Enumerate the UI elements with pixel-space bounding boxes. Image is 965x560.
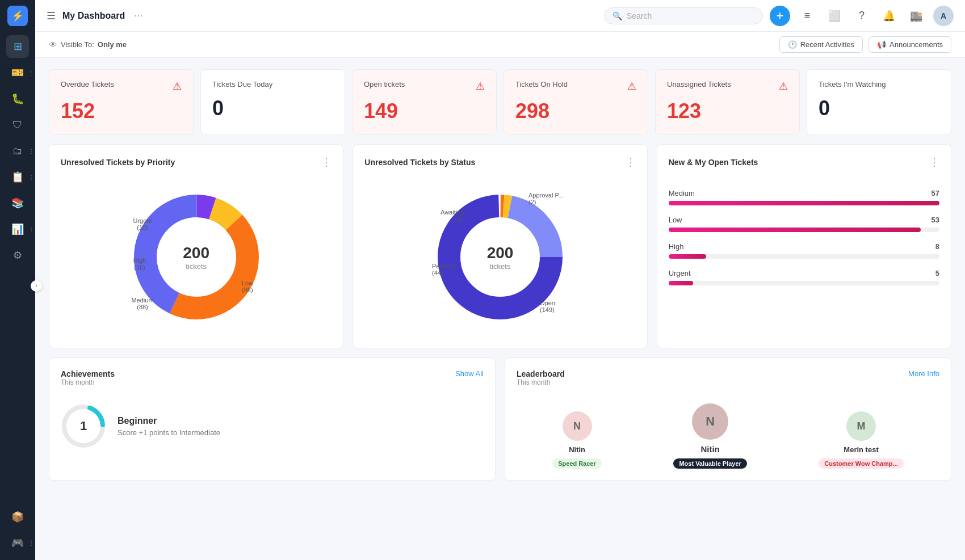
gamification-submenu-dots[interactable]: ⋮ <box>28 540 34 546</box>
page-options-dots[interactable]: ⋯ <box>134 10 143 21</box>
dashboard-icon: ⊞ <box>14 40 22 53</box>
list-view-button[interactable]: ≡ <box>797 6 817 26</box>
high-sublabel: (16) <box>134 264 145 271</box>
priority-svg: Urgent (10) High (16) Medium (88) Low (8… <box>123 183 270 331</box>
sidebar-item-knowledge[interactable]: 📚 <box>6 192 29 214</box>
stat-cards-row: Overdue Tickets ⚠ 152 Tickets Due Today … <box>49 69 951 135</box>
on-hold-value: 298 <box>515 99 636 123</box>
menu-icon[interactable]: ☰ <box>47 10 56 22</box>
recent-activities-icon: 🕐 <box>788 40 797 49</box>
stat-card-on-hold: Tickets On Hold ⚠ 298 <box>504 69 648 135</box>
status-svg: Approval P... (2) Awaiting f... (4) Pend… <box>426 183 574 331</box>
awaiting-label: Awaiting f... <box>440 209 473 216</box>
leaderboard-badge-2: Customer Wow Champ... <box>819 458 903 469</box>
sidebar-item-reports[interactable]: 📊 <box>6 218 29 241</box>
bar-fill-low <box>669 228 921 232</box>
layers-submenu-dots[interactable]: ⋮ <box>28 148 34 154</box>
layers-icon: 🗂 <box>12 145 23 157</box>
status-donut-chart: Approval P... (2) Awaiting f... (4) Pend… <box>364 178 635 336</box>
sidebar-item-dashboard[interactable]: ⊞ <box>6 35 29 58</box>
app-logo[interactable]: ⚡ <box>7 6 28 26</box>
sidebar-item-layers-group: 🗂 ⋮ <box>0 140 35 162</box>
user-avatar[interactable]: A <box>933 6 954 26</box>
knowledge-icon: 📚 <box>11 197 24 209</box>
page-title: My Dashboard <box>62 11 125 21</box>
unassigned-alert-icon: ⚠ <box>779 80 788 92</box>
notifications-button[interactable]: 🔔 <box>879 6 899 26</box>
bar-item-urgent: Urgent 5 <box>669 269 939 285</box>
watching-value: 0 <box>819 96 939 120</box>
status-chart-card: Unresolved Tickets by Status ⋮ <box>353 144 647 348</box>
priority-chart-options[interactable]: ⋮ <box>321 156 332 169</box>
show-all-link[interactable]: Show All <box>455 369 484 378</box>
approval-label: Approval P... <box>528 192 564 199</box>
bar-track-low <box>669 228 939 232</box>
marketplace-button[interactable]: 🏬 <box>906 6 926 26</box>
announcements-button[interactable]: 📢 Announcements <box>868 36 951 53</box>
high-label: High <box>133 257 146 264</box>
tickets-submenu-dots[interactable]: ⋮ <box>28 70 34 76</box>
stat-card-due-today: Tickets Due Today 0 <box>200 69 345 135</box>
page-header: 👁 Visible To: Only me 🕐 Recent Activitie… <box>35 32 965 58</box>
stat-card-watching: Tickets I'm Watching 0 <box>807 69 951 135</box>
sidebar-item-catalog[interactable]: 📋 <box>6 166 29 188</box>
sidebar-item-gamification-group: 🎮 ⋮ <box>0 532 35 554</box>
urgent-label: Urgent <box>133 217 152 224</box>
leaderboard-avatar-0: N <box>563 411 592 441</box>
reports-icon: 📊 <box>11 223 24 235</box>
bottom-row: Achievements This month Show All 1 B <box>49 357 951 481</box>
achievement-info: Beginner Score +1 points to Intermediate <box>118 416 220 437</box>
sidebar-item-assets[interactable]: 📦 <box>6 506 29 528</box>
sidebar-item-layers[interactable]: 🗂 <box>6 140 29 162</box>
bar-track-high <box>669 254 939 259</box>
sidebar-item-bugs[interactable]: 🐛 <box>6 87 29 110</box>
open-tickets-options[interactable]: ⋮ <box>929 156 939 169</box>
search-box[interactable]: 🔍 <box>604 7 763 24</box>
sidebar: ⚡ ⊞ 🎫 ⋮ 🐛 🛡 🗂 ⋮ 📋 ⋮ 📚 📊 ⋮ ⚙ <box>0 0 35 560</box>
page-header-actions: 🕐 Recent Activities 📢 Announcements <box>779 36 951 53</box>
bar-fill-medium <box>669 201 939 205</box>
sidebar-item-gamification[interactable]: 🎮 <box>6 532 29 554</box>
main-area: ☰ My Dashboard ⋯ 🔍 + ≡ ⬜ ? 🔔 🏬 A 👁 Visib… <box>35 0 965 560</box>
leaderboard-badge-0: Speed Racer <box>552 458 602 469</box>
assets-icon: 📦 <box>11 511 24 523</box>
sidebar-item-settings[interactable]: ⚙ <box>6 244 29 267</box>
on-hold-alert-icon: ⚠ <box>627 80 636 92</box>
recent-activities-button[interactable]: 🕐 Recent Activities <box>779 36 863 53</box>
sidebar-item-tickets[interactable]: 🎫 <box>6 61 29 84</box>
help-button[interactable]: ? <box>851 6 872 26</box>
stat-card-unassigned: Unassigned Tickets ⚠ 123 <box>655 69 800 135</box>
layout-button[interactable]: ⬜ <box>824 6 845 26</box>
add-button[interactable]: + <box>770 6 790 26</box>
pending-sublabel: (44) <box>432 270 443 276</box>
urgent-sublabel: (10) <box>137 224 148 231</box>
due-today-value: 0 <box>212 96 333 120</box>
open-value: 149 <box>364 99 485 123</box>
open-alert-icon: ⚠ <box>476 80 485 92</box>
search-input[interactable] <box>627 11 754 20</box>
bar-track-urgent <box>669 281 939 285</box>
sidebar-collapse-button[interactable]: › <box>31 280 42 292</box>
catalog-submenu-dots[interactable]: ⋮ <box>28 174 34 180</box>
overdue-value: 152 <box>61 99 182 123</box>
leaderboard-badge-1: Most Valuable Player <box>673 458 746 469</box>
open-sublabel: (149) <box>540 306 555 313</box>
leaderboard-content: N Nitin Speed Racer N Nitin Most Valuabl… <box>517 398 939 469</box>
achievement-circle: 1 <box>61 403 106 449</box>
status-chart-options[interactable]: ⋮ <box>626 156 636 169</box>
reports-submenu-dots[interactable]: ⋮ <box>28 226 34 233</box>
bar-fill-high <box>669 254 707 259</box>
bar-item-low: Low 53 <box>669 216 939 232</box>
leaderboard-item-1: N Nitin Most Valuable Player <box>673 403 746 469</box>
awaiting-sublabel: (4) <box>455 216 462 222</box>
approval-sublabel: (2) <box>528 199 536 205</box>
leaderboard-card: Leaderboard This month More Info N Nitin… <box>505 357 951 481</box>
sidebar-item-tickets-group: 🎫 ⋮ <box>0 61 35 84</box>
bar-item-medium: Medium 57 <box>669 189 939 205</box>
overdue-alert-icon: ⚠ <box>173 80 182 92</box>
unassigned-value: 123 <box>667 99 788 123</box>
medium-sublabel: (88) <box>137 304 148 310</box>
settings-icon: ⚙ <box>13 249 22 262</box>
more-info-link[interactable]: More Info <box>908 369 939 378</box>
sidebar-item-shield[interactable]: 🛡 <box>6 113 29 136</box>
